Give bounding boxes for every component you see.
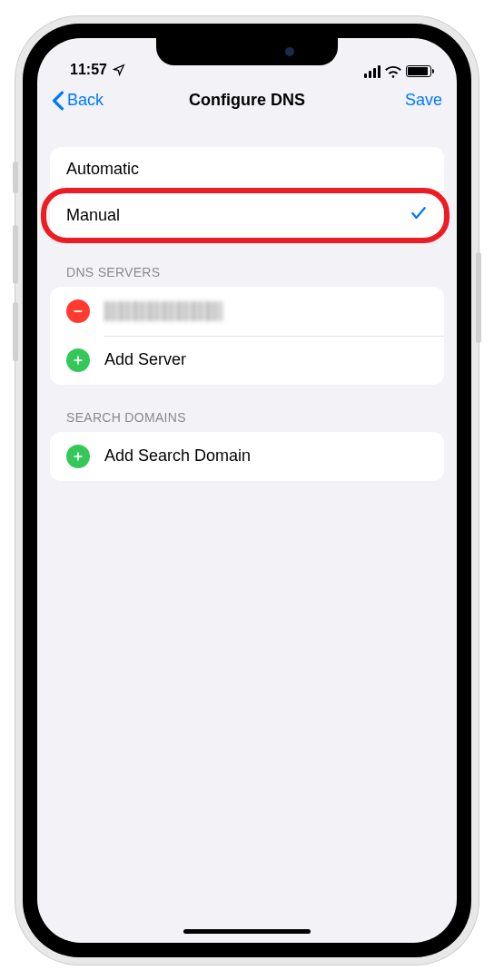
chevron-left-icon <box>52 91 64 111</box>
volume-down-button <box>13 302 18 361</box>
phone-bezel: 11:57 Back Configure DNS Save <box>23 24 471 957</box>
power-button <box>476 252 481 343</box>
phone-frame: 11:57 Back Configure DNS Save <box>15 16 479 965</box>
svg-rect-2 <box>74 359 82 361</box>
option-label: Automatic <box>66 160 428 179</box>
dns-mode-manual[interactable]: Manual <box>50 191 444 240</box>
dns-server-address-redacted <box>104 301 222 321</box>
dns-servers-header: DNS SERVERS <box>50 265 444 287</box>
svg-rect-0 <box>74 310 82 312</box>
status-time: 11:57 <box>70 62 107 78</box>
add-search-domain-button[interactable] <box>66 445 90 468</box>
dns-mode-automatic[interactable]: Automatic <box>50 147 444 191</box>
battery-icon <box>406 65 431 77</box>
add-server-row[interactable]: Add Server <box>50 336 444 385</box>
search-domains-list: Add Search Domain <box>50 432 444 481</box>
screen: 11:57 Back Configure DNS Save <box>37 38 457 943</box>
dns-servers-list: Add Server <box>50 287 444 385</box>
dns-mode-list: Automatic Manual <box>50 147 444 240</box>
search-domains-header: SEARCH DOMAINS <box>50 410 444 432</box>
wifi-icon <box>385 65 401 78</box>
dns-server-row[interactable] <box>50 287 444 336</box>
silence-switch <box>13 162 18 193</box>
notch <box>156 38 338 65</box>
page-title: Configure DNS <box>189 91 305 110</box>
option-label: Manual <box>66 206 410 225</box>
home-indicator[interactable] <box>183 929 311 934</box>
back-button[interactable]: Back <box>52 91 104 111</box>
svg-rect-4 <box>74 456 82 457</box>
location-icon <box>113 64 125 76</box>
remove-server-button[interactable] <box>66 299 90 323</box>
save-button[interactable]: Save <box>405 91 442 110</box>
checkmark-icon <box>410 204 428 227</box>
add-search-domain-row[interactable]: Add Search Domain <box>50 432 444 481</box>
volume-up-button <box>13 225 18 284</box>
plus-icon <box>72 354 84 367</box>
plus-icon <box>72 450 84 463</box>
add-search-domain-label: Add Search Domain <box>104 446 428 466</box>
add-server-button[interactable] <box>66 348 90 372</box>
nav-bar: Back Configure DNS Save <box>37 78 457 123</box>
add-server-label: Add Server <box>104 350 428 369</box>
content-area: Automatic Manual DNS SERVERS <box>37 123 457 481</box>
back-label: Back <box>67 91 104 110</box>
cellular-signal-icon <box>364 65 380 78</box>
minus-icon <box>72 305 84 318</box>
